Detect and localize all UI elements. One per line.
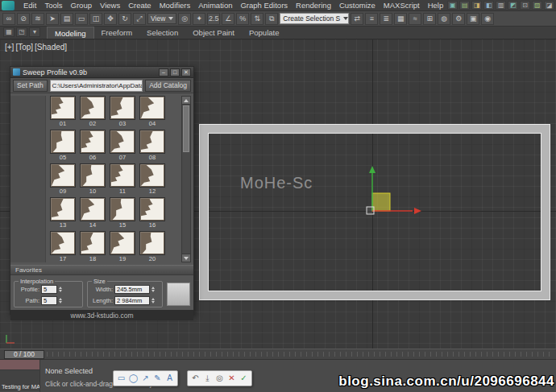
vendor-link[interactable]: www.3d-kstudio.com <box>71 312 134 320</box>
select-and-link-icon[interactable]: ∞ <box>2 13 15 25</box>
profile-thumbnail[interactable]: 02 <box>79 96 106 129</box>
profile-thumbnail[interactable]: 04 <box>139 96 166 129</box>
profile-interp-field[interactable]: 5 <box>41 285 57 294</box>
tool-icon[interactable]: ◧ <box>483 1 494 10</box>
profile-thumbnail[interactable]: 09 <box>49 163 77 196</box>
use-pivot-point-icon[interactable]: ◎ <box>178 13 191 25</box>
profile-thumbnail[interactable]: 19 <box>109 231 136 264</box>
menu-item[interactable]: Customize <box>335 1 380 10</box>
cancel-icon[interactable]: ✕ <box>226 372 237 385</box>
time-slider-handle[interactable]: 0 / 100 <box>4 350 44 359</box>
graphite-ribbon-icon[interactable]: ▦ <box>394 13 407 25</box>
macro-recorder-row[interactable] <box>0 360 39 370</box>
polygon-modeling-icon[interactable]: ▦ <box>3 27 15 37</box>
spinner-icon[interactable] <box>59 298 62 303</box>
arrow-tool-icon[interactable]: ↗ <box>140 372 151 385</box>
profile-thumbnail[interactable]: 13 <box>49 197 77 230</box>
viewport-general-menu[interactable]: [+] <box>5 43 14 52</box>
menu-item[interactable]: Views <box>96 1 124 10</box>
menu-item[interactable]: Graph Editors <box>236 1 292 10</box>
tool-icon[interactable]: ▥ <box>496 1 506 10</box>
angle-snap-icon[interactable]: ∠ <box>222 13 234 25</box>
select-and-move-icon[interactable]: ✥ <box>104 13 117 25</box>
text-tool-icon[interactable]: A <box>164 372 175 385</box>
reference-coordinate-dropdown[interactable]: View <box>147 13 176 24</box>
close-button[interactable]: ✕ <box>181 68 191 76</box>
mirror-icon[interactable]: ⇄ <box>351 13 363 25</box>
ribbon-tab[interactable]: Modeling <box>47 27 94 39</box>
viewport-shading-menu[interactable]: [Shaded] <box>35 43 67 52</box>
tool-icon[interactable]: ◩ <box>508 1 518 10</box>
path-interp-field[interactable]: 5 <box>41 296 57 305</box>
bind-to-space-warp-icon[interactable]: ≋ <box>31 13 44 25</box>
confirm-icon[interactable]: ✓ <box>239 372 249 385</box>
layer-manager-icon[interactable]: ≣ <box>380 13 392 25</box>
freeform-tools-icon[interactable]: ◳ <box>16 27 27 37</box>
rendered-frame-icon[interactable]: ▣ <box>467 13 479 25</box>
profile-thumbnail[interactable]: 01 <box>49 96 77 129</box>
move-gizmo[interactable] <box>366 165 422 221</box>
menu-item[interactable]: Edit <box>19 1 40 10</box>
dialog-titlebar[interactable]: Sweep Profile v0.9b –□✕ <box>10 67 193 78</box>
material-editor-icon[interactable]: ◍ <box>438 13 450 25</box>
ribbon-tab[interactable]: Selection <box>139 27 185 39</box>
tool-icon[interactable]: ◪ <box>544 1 554 10</box>
profile-thumbnail[interactable]: 18 <box>79 231 106 264</box>
brush-tool-icon[interactable]: ✎ <box>152 372 163 385</box>
profile-thumbnail[interactable]: 07 <box>109 130 136 163</box>
profile-thumbnail[interactable]: 11 <box>109 163 136 196</box>
minimize-button[interactable]: – <box>159 68 168 76</box>
scroll-down-icon[interactable] <box>182 254 190 262</box>
menu-item[interactable]: Animation <box>194 1 236 10</box>
menu-item[interactable]: Group <box>67 1 96 10</box>
menu-item[interactable]: Create <box>124 1 156 10</box>
time-slider-track[interactable] <box>47 352 551 357</box>
profile-thumbnail[interactable]: 15 <box>109 197 136 230</box>
length-field[interactable]: 2 984mm <box>114 296 150 305</box>
ribbon-tab[interactable]: Freeform <box>94 27 140 39</box>
select-and-rotate-icon[interactable]: ↻ <box>118 13 131 25</box>
rect-tool-icon[interactable]: ▭ <box>116 372 127 385</box>
viewport-view-menu[interactable]: [Top] <box>15 43 33 52</box>
favorites-rollout[interactable]: Favorites <box>10 265 193 275</box>
profile-thumbnail[interactable]: 05 <box>49 130 77 163</box>
select-and-scale-icon[interactable]: ⤢ <box>133 13 146 25</box>
gizmo-xy-plane-handle[interactable] <box>372 193 390 211</box>
catalog-path-dropdown[interactable]: C:\Users\Administrator\AppData\Loc <box>50 80 143 92</box>
menu-item[interactable]: Modifiers <box>156 1 195 10</box>
unlink-selection-icon[interactable]: ⊘ <box>17 13 30 25</box>
start-sweep-button[interactable] <box>167 283 190 306</box>
tool-icon[interactable]: ◨ <box>471 1 482 10</box>
scroll-up-icon[interactable] <box>182 97 190 105</box>
pin-icon[interactable]: ◎ <box>214 372 225 385</box>
named-selection-dropdown[interactable]: Create Selection S <box>280 13 349 24</box>
profile-thumbnail[interactable]: 16 <box>139 197 166 230</box>
render-production-icon[interactable]: ◉ <box>481 13 494 25</box>
scrollbar-thumb[interactable] <box>183 105 189 152</box>
menu-item[interactable]: MAXScript <box>380 1 424 10</box>
profile-thumbnail[interactable]: 06 <box>79 130 106 163</box>
profile-scrollbar[interactable] <box>181 96 191 262</box>
select-and-manipulate-icon[interactable]: ✦ <box>193 13 205 25</box>
add-catalog-button[interactable]: Add Catalog <box>145 80 191 92</box>
width-field[interactable]: 245.5mm <box>114 285 150 294</box>
percent-snap-icon[interactable]: % <box>236 13 249 25</box>
tool-icon[interactable]: ▨ <box>532 1 542 10</box>
edit-named-selection-sets-icon[interactable]: ⧉ <box>265 13 278 25</box>
ribbon-tab[interactable]: Populate <box>242 27 287 39</box>
menu-item[interactable]: Tools <box>40 1 66 10</box>
ribbon-config-icon[interactable]: ▾ <box>29 27 40 37</box>
ribbon-tab[interactable]: Object Paint <box>185 27 242 39</box>
spinner-snap-icon[interactable]: ⇅ <box>251 13 263 25</box>
select-object-icon[interactable]: ➤ <box>46 13 59 25</box>
menu-item[interactable]: Rendering <box>292 1 335 10</box>
profile-thumbnail[interactable]: 14 <box>79 197 106 230</box>
align-icon[interactable]: ≡ <box>365 13 378 25</box>
maxscript-mini-listener[interactable]: Testing for MA <box>0 360 40 392</box>
snaps-toggle-icon[interactable]: 2.5 <box>207 13 220 25</box>
listener-row[interactable]: Testing for MA <box>0 370 39 391</box>
profile-thumbnail[interactable]: 08 <box>139 130 166 163</box>
spinner-icon[interactable] <box>59 287 62 292</box>
rectangular-selection-region-icon[interactable]: ▭ <box>75 13 88 25</box>
tool-icon[interactable]: ▣ <box>447 1 458 10</box>
